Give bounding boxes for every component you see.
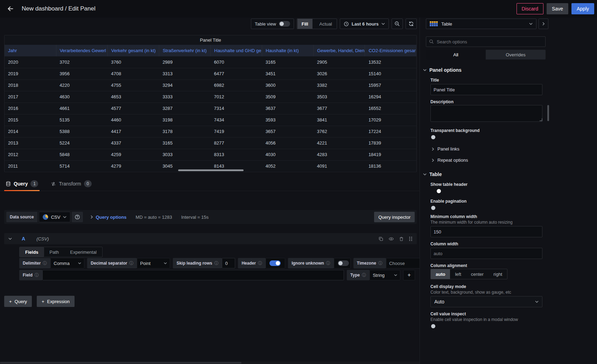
table-cell: 4708 [107,68,159,79]
zoom-out-button[interactable] [392,19,403,29]
chevron-down-icon [394,274,397,276]
tab-fields[interactable]: Fields [20,247,44,257]
table-row: 201551354460319874343593384117029 [5,114,416,126]
skip-leading-rows-input[interactable] [222,258,235,268]
type-select[interactable]: String [370,270,400,280]
header-toggle-box [266,258,285,268]
ignore-unknown-toggle[interactable] [338,260,349,266]
panel-title-input[interactable] [430,84,542,95]
query-ref-id[interactable]: A [22,236,25,241]
drag-handle-icon[interactable] [409,236,413,241]
tab-query[interactable]: Query 1 [4,177,40,191]
alignment-center[interactable]: center [466,269,489,279]
alignment-right[interactable]: right [489,269,507,279]
tab-experimental[interactable]: Experimental [64,247,102,257]
repeat-options-expander[interactable]: Repeat options [432,158,468,163]
tab-all[interactable]: All [426,50,486,59]
collapse-chevron-icon[interactable] [8,238,12,240]
panel-options-section-header[interactable]: Panel options [423,67,462,73]
sidebar-scrollbar[interactable] [547,105,549,121]
plus-icon: + [407,272,410,278]
tab-overrides[interactable]: Overrides [486,50,546,59]
chevron-down-icon [78,262,81,264]
column-header[interactable]: CO2-Emissionen gesar [365,45,416,56]
apply-button[interactable]: Apply [571,3,594,14]
table-cell: 13532 [365,56,416,68]
column-width-input[interactable] [430,248,542,259]
hide-query-eye-icon[interactable] [388,236,394,241]
info-icon: ⓘ [378,260,382,266]
add-query-button[interactable]: + Query [4,296,32,307]
query-options-expander[interactable]: Query options [91,215,126,220]
add-expression-button[interactable]: + Expression [37,296,75,307]
table-cell: 4221 [314,137,365,149]
top-bar: New dashboard / Edit Panel Discard Save … [0,0,597,18]
interval-text: Interval = 15s [181,215,209,220]
options-search[interactable] [426,36,546,47]
column-header[interactable]: Haushalte und GHD ge [211,45,262,56]
collapse-options-pane-button[interactable] [539,19,548,29]
clock-icon [344,21,349,27]
table-cell: 3600 [262,79,314,91]
refresh-button[interactable] [406,19,417,29]
panel-toolbar: Table view Fill Actual Last 6 hours [251,19,417,29]
column-header[interactable]: Straßenverkehr (in kt) [159,45,210,56]
panel-links-expander[interactable]: Panel links [432,146,459,152]
timezone-label: Timezoneⓘ [353,258,386,268]
min-column-width-input[interactable] [430,226,542,237]
options-search-input[interactable] [437,39,542,44]
table-horizontal-scrollbar[interactable] [178,169,244,171]
save-button[interactable]: Save [547,3,568,14]
alignment-left[interactable]: left [450,269,466,279]
table-cell: 4661 [56,103,107,114]
fill-segment[interactable]: Fill [297,19,312,29]
table-cell: 6982 [211,79,262,91]
column-header[interactable]: Verarbeitendes Gewerl [56,45,107,56]
table-cell: 4417 [107,126,159,137]
delete-query-trash-icon[interactable] [399,236,404,241]
visualization-picker[interactable]: Table [426,19,536,29]
chevron-right-icon [91,215,93,219]
time-range-picker[interactable]: Last 6 hours [340,19,389,29]
tab-path[interactable]: Path [44,247,65,257]
datasource-value: CSV [51,215,61,220]
plus-icon: + [9,299,12,304]
column-header[interactable]: Jahr [5,45,56,56]
table-cell: 3657 [262,126,314,137]
discard-button[interactable]: Discard [517,3,543,14]
main-horizontal-scrollbar[interactable] [0,362,420,364]
database-icon [6,181,11,187]
table-view-toggle[interactable] [279,21,290,27]
decimal-separator-select[interactable]: Point [137,258,170,268]
tab-transform[interactable]: Transform 0 [49,177,93,191]
column-header[interactable]: Haushalte (in kt) [262,45,314,56]
table-section-header[interactable]: Table [423,172,442,177]
actual-segment[interactable]: Actual [315,19,336,29]
column-header[interactable]: Verkehr gesamt (in kt) [107,45,159,56]
table-cell: 5848 [56,149,107,160]
column-header[interactable]: Gewerbe, Handel, Dien [314,45,365,56]
csv-editor-tabs: Fields Path Experimental [19,247,103,257]
table-cell: 4460 [107,114,159,126]
delimiter-label: Delimiterⓘ [19,258,50,268]
info-icon: ⓘ [258,260,262,266]
table-header-row: JahrVerarbeitendes GewerlVerkehr gesamt … [5,45,416,56]
back-button[interactable] [5,3,16,14]
alignment-auto[interactable]: auto [431,269,450,279]
table-cell: 6070 [211,56,262,68]
cell-display-mode-label: Cell display mode [430,284,466,289]
cell-display-mode-select[interactable]: Auto [430,296,542,307]
field-input[interactable] [42,270,344,280]
table-cell: 4279 [107,160,159,172]
datasource-help-button[interactable] [72,212,83,222]
datasource-picker[interactable]: CSV [39,212,71,222]
table-row: 202037023760298960703165290513532 [5,56,416,68]
description-textarea[interactable] [430,105,542,122]
add-field-button[interactable]: + [403,270,415,280]
show-table-header-label: Show table header [430,182,468,187]
header-toggle[interactable] [269,260,281,266]
query-inspector-button[interactable]: Query inspector [374,212,415,222]
cell-value-inspect-description: Enable cell value inspection in a modal … [430,317,518,322]
duplicate-query-icon[interactable] [378,236,384,241]
delimiter-select[interactable]: Comma [50,258,84,268]
